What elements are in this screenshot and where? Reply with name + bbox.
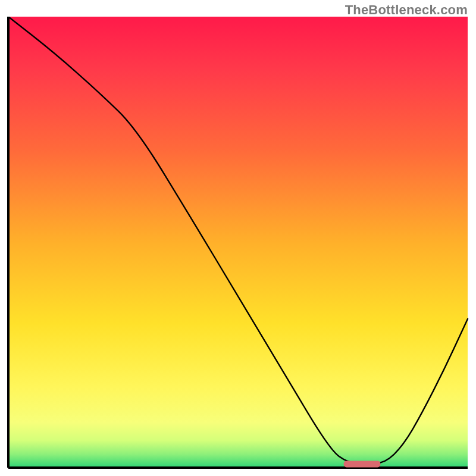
optimum-marker [344, 461, 381, 467]
watermark-text: TheBottleneck.com [345, 2, 468, 18]
bottleneck-chart [6, 17, 470, 470]
gradient-background [8, 17, 468, 468]
chart-svg [6, 17, 470, 470]
